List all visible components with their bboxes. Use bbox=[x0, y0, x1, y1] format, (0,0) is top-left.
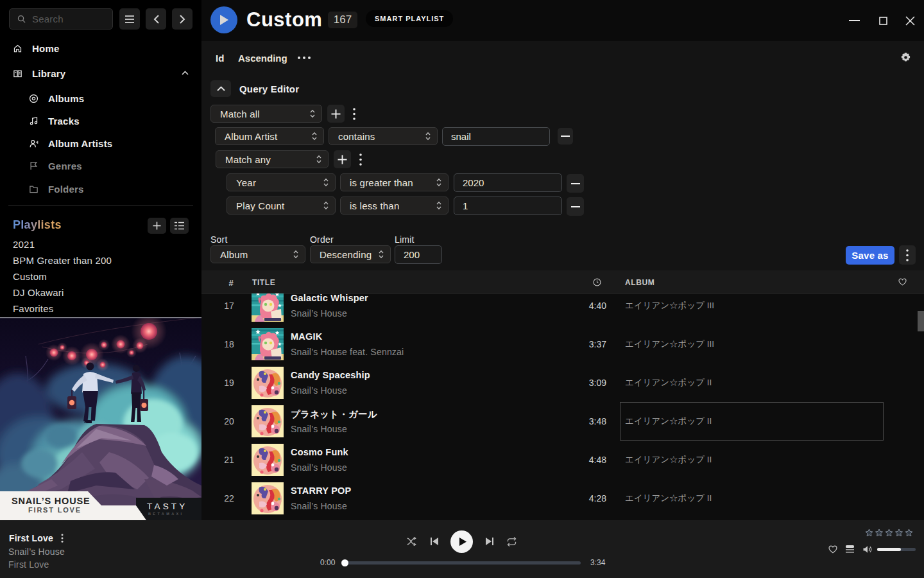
svg-text:BETAMAXI: BETAMAXI bbox=[148, 512, 184, 516]
svg-text:SNAIL’S HOUSE: SNAIL’S HOUSE bbox=[12, 496, 90, 506]
svg-text:FIRST LOVE: FIRST LOVE bbox=[28, 506, 81, 514]
svg-text:TASTY: TASTY bbox=[147, 502, 188, 511]
